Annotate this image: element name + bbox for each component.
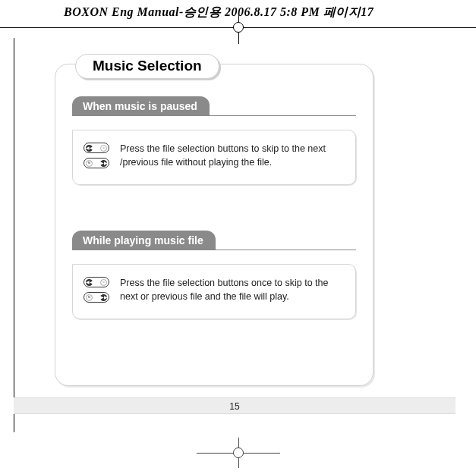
button-icons: ◀◀ ○ M ▶▶ bbox=[84, 143, 109, 168]
panel-title-container: Music Selection bbox=[75, 54, 219, 79]
next-button-icon: M ▶▶ bbox=[84, 158, 109, 168]
section-paused: When music is paused ◀◀ ○ M ▶▶ Press the… bbox=[72, 96, 356, 185]
section-playing-header: While playing music file bbox=[72, 231, 216, 250]
m-icon: M bbox=[86, 294, 93, 301]
section-paused-header: When music is paused bbox=[72, 96, 210, 116]
section-playing: While playing music file ◀◀ ○ M ▶▶ Press… bbox=[72, 231, 356, 319]
section-playing-text: Press the file selection buttons once to… bbox=[120, 277, 345, 303]
forward-icon: ▶▶ bbox=[100, 294, 107, 301]
prev-button-icon: ◀◀ ○ bbox=[84, 143, 109, 153]
left-crop-rule bbox=[14, 38, 14, 432]
section-paused-body: ◀◀ ○ M ▶▶ Press the file selection butto… bbox=[72, 130, 356, 185]
panel-title: Music Selection bbox=[93, 58, 202, 74]
bottom-registration-mark bbox=[197, 438, 280, 468]
small-circle-icon: ○ bbox=[100, 279, 107, 286]
section-paused-text: Press the file selection buttons to skip… bbox=[120, 143, 345, 169]
rewind-icon: ◀◀ bbox=[86, 145, 93, 152]
m-icon: M bbox=[86, 160, 93, 167]
small-circle-icon: ○ bbox=[100, 145, 107, 152]
rewind-icon: ◀◀ bbox=[86, 279, 93, 286]
page-number: 15 bbox=[14, 397, 456, 414]
forward-icon: ▶▶ bbox=[100, 160, 107, 167]
button-icons: ◀◀ ○ M ▶▶ bbox=[84, 277, 109, 303]
document-header-text: BOXON Eng Manual-승인용 2006.8.17 5:8 PM 페이… bbox=[64, 5, 374, 20]
main-panel: Music Selection When music is paused ◀◀ … bbox=[55, 64, 374, 386]
prev-button-icon: ◀◀ ○ bbox=[84, 277, 109, 287]
next-button-icon: M ▶▶ bbox=[84, 292, 109, 303]
section-playing-body: ◀◀ ○ M ▶▶ Press the file selection butto… bbox=[72, 264, 356, 319]
